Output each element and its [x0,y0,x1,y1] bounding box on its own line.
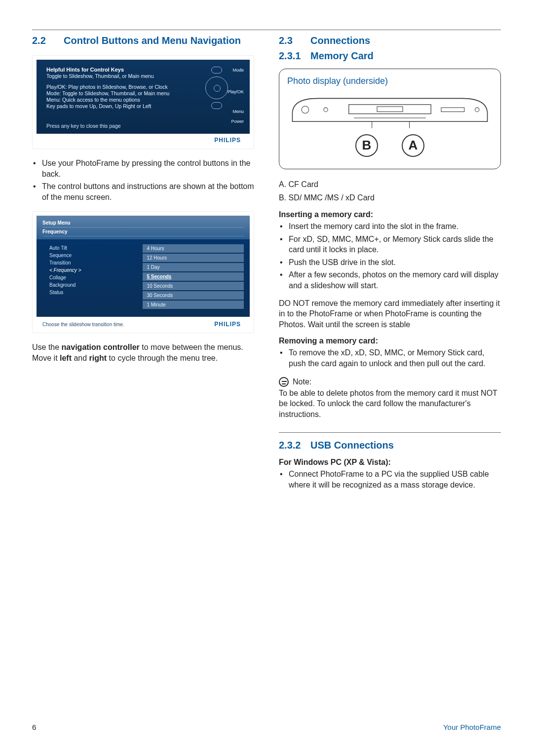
option-item: 30 Seconds [143,291,244,300]
option-item: 10 Seconds [143,282,244,290]
text-bold: right [89,354,107,362]
mode-label: Mode [232,68,244,73]
menu-item: < Frequency > [49,266,127,274]
do-not-remove-paragraph: DO NOT remove the memory card immediatel… [279,298,501,330]
page-footer: 6 Your PhotoFrame [32,723,501,731]
setup-menu-label: Setup Menu [42,219,244,227]
control-buttons-list: Use your PhotoFrame by pressing the cont… [32,158,254,202]
svg-rect-0 [349,105,431,114]
fig2-right-options: 4 Hours12 Hours1 Day5 Seconds10 Seconds3… [143,244,244,310]
subsection-title: USB Connections [310,440,394,451]
list-item: Use your PhotoFrame by pressing the cont… [42,158,254,179]
device-underside-icon [287,93,493,129]
fig2-left-menu: Auto TiltSequenceTransition< Frequency >… [49,244,127,310]
mode-button-icon [211,67,222,74]
list-item: The control buttons and instructions are… [42,181,254,202]
section-title: Control Buttons and Menu Navigation [64,35,241,46]
slot-b-text: B. SD/ MMC /MS / xD Card [279,192,501,203]
option-item: 5 Seconds [143,272,244,281]
fig2-caption: Choose the slideshow transition time. [42,322,124,327]
top-rule [32,30,501,30]
usb-list: Connect PhotoFrame to a PC via the suppl… [279,469,501,490]
svg-point-3 [302,106,309,113]
note-paragraph: To be able to delete photos from the mem… [279,388,501,420]
menu-item: Sequence [49,252,127,259]
list-item: Push the USB drive in the slot. [289,257,501,268]
svg-point-6 [475,108,479,112]
subsection-2-3-1-header: 2.3.1 Memory Card [279,50,501,62]
inserting-header: Inserting a memory card: [279,210,501,219]
philips-brand: PHILIPS [214,321,241,328]
dpad-icon [205,76,228,99]
slot-b-circle: B [355,134,378,157]
svg-rect-5 [441,108,464,112]
figure-setup-menu: Setup Menu Frequency Auto TiltSequenceTr… [32,211,254,333]
separator [279,432,501,433]
subsection-2-3-2-header: 2.3.2 USB Connections [279,440,501,451]
menu-button-icon [211,102,222,109]
menu-item: Background [49,281,127,289]
text: Use the [32,343,62,351]
philips-brand: PHILIPS [37,134,250,145]
note-label: Note: [293,378,311,386]
text-bold: left [60,354,72,362]
menu-item: Transition [49,259,127,266]
figure-underside: Photo display (underside) B A [279,69,501,169]
option-item: 1 Minute [143,301,244,309]
slot-a-text: A. CF Card [279,179,501,190]
list-item: Insert the memory card into the slot in … [289,221,501,232]
svg-rect-1 [377,107,403,112]
svg-point-4 [324,108,328,112]
list-item: Connect PhotoFrame to a PC via the suppl… [289,469,501,490]
option-item: 4 Hours [143,244,244,253]
page-number: 6 [32,723,36,731]
text: and [72,354,89,362]
slot-a-circle: A [402,134,424,157]
section-number: 2.2 [32,35,64,46]
usb-windows-header: For Windows PC (XP & Vista): [279,458,501,467]
figure-control-keys: Helpful Hints for Control Keys Toggle to… [32,55,254,149]
left-column: 2.2 Control Buttons and Menu Navigation … [32,35,254,497]
subsection-number: 2.3.2 [279,440,310,451]
text: to cycle through the menu tree. [107,354,218,362]
menu-item: Status [49,289,127,296]
fig1-button-diagram: Mode Play/OK Menu Power [194,64,244,112]
option-item: 1 Day [143,263,244,271]
frequency-label: Frequency [42,227,244,236]
play-ok-label: Play/OK [228,89,244,94]
section-2-3-header: 2.3 Connections [279,35,501,46]
removing-list: To remove the xD, xD, SD, MMC, or Memory… [279,347,501,369]
navigation-paragraph: Use the navigation controller to move be… [32,342,254,363]
text-bold: navigation controller [62,343,140,351]
option-item: 12 Hours [143,254,244,262]
list-item: To remove the xD, xD, SD, MMC, or Memory… [289,347,501,369]
list-item: For xD, SD, MMC, MMC+, or Memory Stick c… [289,234,501,255]
fig1-footer: Press any key to close this page [46,123,121,129]
menu-item: Collage [49,274,127,281]
subsection-number: 2.3.1 [279,50,310,62]
section-2-2-header: 2.2 Control Buttons and Menu Navigation [32,35,254,46]
removing-header: Removing a memory card: [279,337,501,345]
section-title: Connections [310,35,370,46]
inserting-list: Insert the memory card into the slot in … [279,221,501,291]
right-column: 2.3 Connections 2.3.1 Memory Card Photo … [279,35,501,497]
list-item: After a few seconds, photos on the memor… [289,269,501,291]
footer-section-name: Your PhotoFrame [443,723,501,731]
subsection-title: Memory Card [310,50,374,62]
menu-item: Auto Tilt [49,244,127,252]
section-number: 2.3 [279,35,310,46]
power-label: Power [231,119,244,124]
fig3-label: Photo display (underside) [287,76,493,86]
note-line: Note: [279,377,501,387]
menu-label: Menu [232,109,244,114]
note-icon [279,377,289,387]
